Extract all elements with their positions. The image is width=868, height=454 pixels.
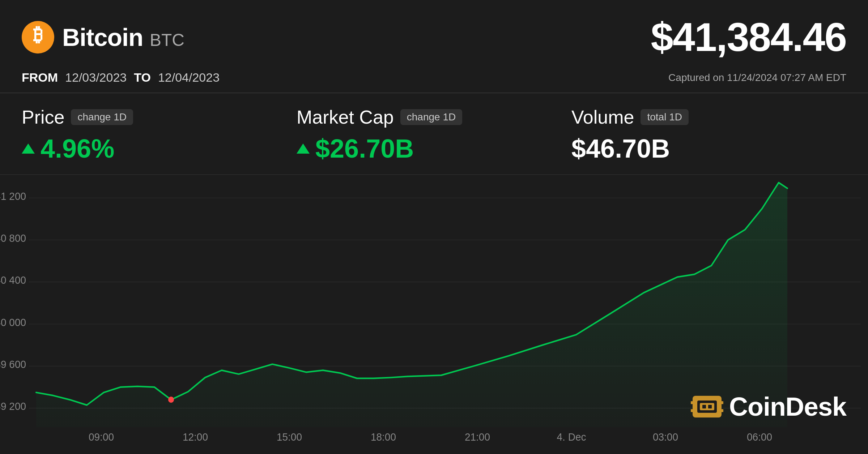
- coindesk-text: CoinDesk: [729, 392, 846, 421]
- svg-text:4. Dec: 4. Dec: [557, 431, 586, 443]
- marketcap-stat-header: Market Cap change 1D: [297, 106, 571, 128]
- price-change-value: 4.96%: [41, 134, 114, 163]
- logo-area: ₿ Bitcoin BTC: [22, 21, 184, 53]
- volume-stat-header: Volume total 1D: [571, 106, 846, 128]
- price-title: Price: [22, 106, 64, 128]
- marketcap-arrow-up: [297, 144, 310, 154]
- coin-name: Bitcoin: [62, 23, 143, 51]
- svg-rect-29: [691, 401, 694, 404]
- marketcap-title: Market Cap: [297, 106, 394, 128]
- to-label: TO: [134, 70, 151, 85]
- volume-value: $46.70B: [571, 134, 846, 163]
- marketcap-badge[interactable]: change 1D: [400, 109, 462, 125]
- volume-title: Volume: [571, 106, 634, 128]
- volume-stat: Volume total 1D $46.70B: [571, 106, 846, 163]
- svg-text:$40 000: $40 000: [0, 316, 26, 328]
- date-row: FROM 12/03/2023 TO 12/04/2023 Captured o…: [0, 70, 868, 93]
- svg-rect-27: [702, 405, 706, 408]
- svg-text:$40 800: $40 800: [0, 232, 26, 244]
- page-container: ₿ Bitcoin BTC $41,384.46 FROM 12/03/2023…: [0, 0, 868, 454]
- price-stat: Price change 1D 4.96%: [22, 106, 297, 163]
- volume-badge[interactable]: total 1D: [641, 109, 689, 125]
- volume-amount: $46.70B: [571, 134, 670, 163]
- coin-title: Bitcoin BTC: [62, 23, 184, 51]
- marketcap-stat: Market Cap change 1D $26.70B: [297, 106, 571, 163]
- from-label: FROM: [22, 70, 58, 85]
- date-range: FROM 12/03/2023 TO 12/04/2023: [22, 70, 220, 85]
- svg-rect-26: [700, 403, 714, 410]
- price-badge[interactable]: change 1D: [71, 109, 133, 125]
- coindesk-logo: CoinDesk: [691, 392, 846, 421]
- svg-text:$39 200: $39 200: [0, 401, 26, 412]
- coindesk-icon: [691, 394, 723, 419]
- bitcoin-logo: ₿: [22, 21, 54, 53]
- svg-rect-32: [720, 409, 723, 412]
- chart-area: $41 200 $40 800 $40 400 $40 000 $39 600 …: [0, 175, 868, 454]
- red-dot: [168, 397, 174, 403]
- svg-text:15:00: 15:00: [277, 431, 302, 443]
- current-price: $41,384.46: [651, 14, 846, 60]
- svg-text:12:00: 12:00: [183, 431, 208, 443]
- to-date: 12/04/2023: [158, 70, 220, 85]
- from-date: 12/03/2023: [65, 70, 127, 85]
- svg-text:$39 600: $39 600: [0, 358, 26, 370]
- svg-text:06:00: 06:00: [747, 431, 772, 443]
- marketcap-value: $26.70B: [297, 134, 571, 163]
- svg-rect-31: [720, 401, 723, 404]
- price-stat-header: Price change 1D: [22, 106, 297, 128]
- coin-ticker: BTC: [150, 30, 184, 50]
- svg-text:18:00: 18:00: [371, 431, 396, 443]
- svg-text:$41 200: $41 200: [0, 190, 26, 202]
- svg-rect-28: [708, 405, 712, 408]
- svg-rect-30: [691, 409, 694, 412]
- svg-text:03:00: 03:00: [653, 431, 678, 443]
- stats-row: Price change 1D 4.96% Market Cap change …: [0, 93, 868, 174]
- svg-text:$40 400: $40 400: [0, 274, 26, 286]
- header: ₿ Bitcoin BTC $41,384.46: [0, 0, 868, 70]
- svg-text:₿: ₿: [33, 24, 43, 45]
- marketcap-change-value: $26.70B: [315, 134, 414, 163]
- captured-text: Captured on 11/24/2024 07:27 AM EDT: [668, 72, 846, 83]
- svg-text:09:00: 09:00: [89, 431, 114, 443]
- svg-text:21:00: 21:00: [465, 431, 490, 443]
- price-value: 4.96%: [22, 134, 297, 163]
- price-arrow-up: [22, 144, 35, 154]
